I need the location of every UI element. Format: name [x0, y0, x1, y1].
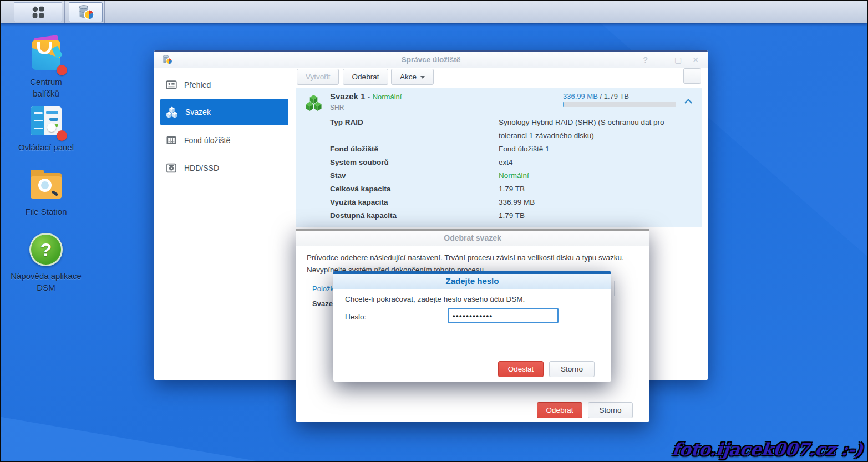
close-icon[interactable]: ✕	[692, 56, 699, 64]
sidebar-item-svazek[interactable]: Svazek	[160, 99, 288, 125]
window-titlebar[interactable]: Správce úložiště ? ─ ▢ ✕	[154, 52, 708, 68]
password-field-label: Heslo:	[345, 313, 366, 321]
desktop-icon-label: Ovládací panel	[10, 141, 82, 153]
password-dialog: Zadejte heslo Chcete-li pokračovat, zade…	[333, 271, 611, 382]
separator: -	[368, 93, 370, 101]
panel-body	[31, 106, 62, 135]
maximize-icon[interactable]: ▢	[674, 56, 682, 64]
detail-label: Celková kapacita	[330, 182, 499, 196]
total-capacity: 1.79 TB	[604, 92, 629, 100]
volume-title-row: Svazek 1 - Normální	[330, 92, 402, 101]
slider-bar	[46, 111, 58, 114]
password-message: Chcete-li pokračovat, zadejte heslo vaše…	[345, 295, 525, 303]
label-line: Centrum	[10, 76, 82, 88]
used-capacity: 336.99 MB	[563, 92, 598, 100]
label-line: Ovládací panel	[10, 141, 82, 153]
capacity-usage: 336.99 MB / 1.79 TB	[563, 92, 629, 100]
label-line: DSM	[10, 282, 82, 293]
question-mark-glyph: ?	[40, 239, 52, 261]
sidebar-item-label: Svazek	[185, 108, 211, 116]
modal-cancel-button[interactable]: Storno	[549, 361, 595, 377]
sidebar-item-label: Fond úložiště	[184, 136, 230, 145]
detail-label: Stav	[330, 169, 499, 182]
desktop-icon-label: Nápověda aplikace DSM	[10, 270, 82, 293]
storage-manager-icon	[78, 4, 94, 21]
update-badge	[57, 65, 67, 75]
taskbar-separator	[64, 1, 65, 23]
dialog-title: Odebrat svazek	[296, 231, 649, 246]
text-cursor	[494, 311, 494, 320]
detail-value: Synology Hybrid RAID (SHR) (S ochranou d…	[499, 116, 685, 143]
detail-value: ext4	[499, 156, 685, 169]
taskbar-separator	[104, 1, 105, 23]
create-button[interactable]: Vytvořit	[297, 69, 339, 85]
detail-label: Dostupná kapacita	[330, 209, 499, 222]
package-center-icon	[28, 38, 64, 73]
masked-password-value: ••••••••••••	[453, 312, 493, 320]
check-line	[34, 120, 43, 121]
dialog-remove-button[interactable]: Odebrat	[537, 402, 582, 418]
desktop-icon-package-center[interactable]: Centrum balíčků	[10, 38, 82, 99]
desktop-screen: Centrum balíčků Ovládací panel	[0, 0, 868, 462]
photo-watermark: foto.ijacek007.cz :-)	[671, 439, 864, 459]
detail-label: Využitá kapacita	[330, 196, 499, 209]
caret-down-icon	[420, 76, 425, 79]
label-line: Nápověda aplikace	[10, 270, 82, 282]
main-menu-button[interactable]	[14, 2, 62, 22]
detail-label: Typ RAID	[330, 116, 499, 143]
sidebar-item-label: Přehled	[184, 80, 211, 89]
submit-button[interactable]: Odeslat	[498, 361, 544, 377]
minimize-icon[interactable]: ─	[658, 56, 664, 64]
desktop-icon-label: File Station	[10, 206, 82, 217]
sidebar-item-fond-uloziste[interactable]: Fond úložiště	[160, 131, 288, 149]
separator: /	[600, 92, 602, 100]
magnifier-icon	[38, 179, 52, 192]
detail-label: Fond úložiště	[330, 143, 499, 156]
help-icon[interactable]: ?	[643, 56, 648, 64]
volume-status: Normální	[373, 93, 402, 101]
footer-divider	[307, 397, 638, 397]
detail-value: 1.79 TB	[499, 209, 685, 222]
sort-button[interactable]	[683, 68, 701, 84]
desktop-icon-file-station[interactable]: File Station	[10, 167, 82, 217]
sidebar: Přehled	[154, 68, 295, 380]
detail-value: 336.99 MB	[499, 196, 685, 209]
volume-cubes-icon	[166, 106, 178, 118]
detail-value: 1.79 TB	[499, 182, 685, 196]
sidebar-item-prehled[interactable]: Přehled	[160, 76, 288, 94]
file-station-icon	[28, 167, 64, 203]
remove-button[interactable]: Odebrat	[343, 69, 388, 85]
sidebar-item-hdd-ssd[interactable]: HDD/SSD	[160, 159, 288, 177]
window-controls: ? ─ ▢ ✕	[643, 52, 699, 68]
taskbar	[1, 1, 867, 23]
desktop-icon-dsm-help[interactable]: ? Nápověda aplikace DSM	[10, 232, 82, 293]
collapse-chevron-icon[interactable]	[684, 98, 693, 104]
label-line: balíčků	[10, 88, 82, 99]
label-line: File Station	[10, 206, 82, 217]
main-menu-icon	[31, 5, 45, 19]
disk-icon	[166, 163, 177, 174]
window-title: Správce úložiště	[154, 52, 708, 68]
capacity-progress-bar	[563, 102, 676, 107]
storage-manager-taskbar-button[interactable]	[69, 2, 103, 22]
overview-icon	[166, 79, 177, 90]
capacity-progress-fill	[563, 102, 564, 107]
volume-name: Svazek 1	[330, 92, 365, 101]
desktop-icon-control-panel[interactable]: Ovládací panel	[10, 103, 82, 153]
check-line	[34, 112, 43, 114]
storage-pool-icon	[166, 135, 177, 146]
footer-divider	[345, 356, 600, 356]
volume-raid-type: SHR	[330, 104, 344, 111]
check-line	[34, 128, 43, 129]
help-circle: ?	[29, 233, 63, 266]
column-separator	[614, 281, 615, 296]
dialog-title: Zadejte heslo	[333, 274, 611, 289]
update-badge	[57, 130, 67, 141]
knob	[47, 123, 56, 132]
action-dropdown-button[interactable]: Akce	[391, 69, 434, 85]
control-panel-icon	[28, 103, 64, 139]
action-label: Akce	[400, 73, 417, 81]
dialog-cancel-button[interactable]: Storno	[588, 402, 633, 418]
password-input[interactable]: ••••••••••••	[448, 308, 559, 323]
volume-panel: Svazek 1 - Normální SHR 336.99 MB / 1.79…	[296, 88, 702, 227]
